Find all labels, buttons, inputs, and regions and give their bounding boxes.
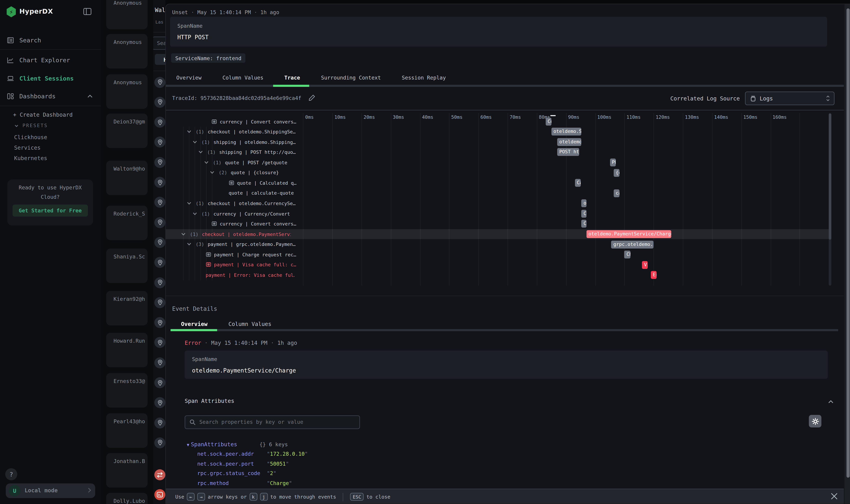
chevron-down-icon[interactable]	[187, 242, 192, 247]
span-bar[interactable]: Calculated q	[575, 179, 581, 187]
local-mode-button[interactable]: U Local mode	[6, 483, 95, 498]
chevron-down-icon[interactable]	[204, 160, 209, 165]
tab-session-replay[interactable]: Session Replay	[391, 71, 456, 85]
trace-row[interactable]: (1)shipping | oteldemo.Shipping…	[166, 137, 829, 147]
drawer-scrollbar[interactable]	[844, 4, 850, 504]
sidebar-preset-services[interactable]: Services	[14, 144, 41, 151]
chevron-down-icon[interactable]	[198, 150, 203, 155]
location-pin-icon[interactable]	[154, 96, 165, 108]
sidebar-collapse-icon[interactable]	[83, 7, 92, 16]
trace-row[interactable]: (1)checkout | oteldemo.CurrencySe…	[166, 198, 829, 209]
chevron-down-icon[interactable]	[187, 201, 192, 205]
span-bar[interactable]: oteldemo.PaymentService/Charge	[586, 230, 671, 238]
gear-icon[interactable]	[809, 415, 821, 428]
location-pin-icon[interactable]	[154, 177, 165, 188]
chevron-down-icon[interactable]	[181, 232, 186, 236]
session-card[interactable]: Anonymous	[106, 0, 147, 29]
session-card[interactable]: Ernesto33@	[106, 373, 147, 408]
trace-row[interactable]: (1)currency | Currency/Convert	[166, 209, 829, 219]
span-bar[interactable]: Visa cache full: c	[642, 261, 648, 269]
session-card[interactable]: Walton9@ho	[106, 161, 147, 195]
create-dashboard-button[interactable]: + Create Dashboard	[13, 111, 73, 118]
sidebar-item-chart-explorer[interactable]: Chart Explorer	[0, 53, 101, 67]
chevron-up-icon[interactable]	[827, 398, 834, 406]
service-chip[interactable]: ServiceName: frontend	[171, 53, 246, 63]
location-pin-icon[interactable]	[154, 317, 165, 328]
attribute-key[interactable]: net.sock.peer.port	[197, 461, 254, 467]
waterfall-scrollbar[interactable]	[829, 113, 831, 286]
span-bar[interactable]: oteldemo.Shipping	[557, 138, 581, 146]
trace-row[interactable]: payment | Visa cache full: c…	[166, 260, 829, 270]
help-button[interactable]: ?	[5, 468, 17, 480]
chevron-down-icon[interactable]	[193, 211, 197, 216]
trace-row[interactable]: currency | Convert convers…	[166, 219, 829, 229]
session-card[interactable]: Dolly.Lubo	[106, 493, 147, 504]
location-pin-icon[interactable]	[154, 437, 165, 448]
span-bar[interactable]: POST http://quo	[557, 148, 579, 156]
span-bar[interactable]: Currency/Convert	[581, 210, 586, 217]
trace-row[interactable]: (2)quote | {closure}	[166, 167, 829, 178]
trace-row[interactable]: currency | Convert convers…	[166, 116, 829, 127]
presets-toggle[interactable]: PRESETS	[14, 123, 48, 128]
location-pin-icon[interactable]	[154, 217, 165, 228]
close-icon[interactable]	[830, 492, 838, 500]
edit-pencil-icon[interactable]	[308, 94, 315, 102]
location-pin-icon[interactable]	[154, 377, 165, 388]
span-bar[interactable]: calculate-quote	[614, 189, 619, 197]
trace-row[interactable]: (1)checkout | oteldemo.PaymentServi…	[166, 229, 829, 239]
sidebar-item-dashboards[interactable]: Dashboards	[0, 89, 101, 103]
highlighted-button[interactable]: H	[155, 54, 165, 65]
location-pin-icon[interactable]	[154, 417, 165, 428]
session-card[interactable]: Deion37@gm	[106, 113, 147, 148]
attribute-key[interactable]: net.sock.peer.addr	[197, 451, 254, 457]
span-bar[interactable]: Charge request rec	[624, 251, 630, 258]
event-details-tab-column-values[interactable]: Column Values	[218, 317, 282, 331]
sidebar-item-search[interactable]: Search	[0, 34, 101, 47]
trace-row[interactable]: quote | calculate-quote	[166, 188, 829, 198]
get-started-button[interactable]: Get Started for Free	[13, 204, 88, 217]
chevron-down-icon[interactable]	[193, 140, 197, 144]
session-card[interactable]: Shaniya.Sc	[106, 249, 147, 283]
trace-row[interactable]: payment | Charge request rec…	[166, 249, 829, 260]
span-bar[interactable]: oteldemo.ShippingSe	[551, 128, 582, 136]
span-bar[interactable]: oteldemo.CurrencySe	[581, 199, 586, 208]
tab-column-values[interactable]: Column Values	[212, 71, 274, 85]
session-card[interactable]: Kieran92@h	[106, 291, 147, 325]
span-bar[interactable]: Convert convers	[581, 220, 586, 228]
span-bar[interactable]: {closure}	[614, 169, 619, 177]
session-card[interactable]: Anonymous	[106, 34, 147, 69]
location-pin-icon[interactable]	[154, 357, 165, 368]
location-pin-icon[interactable]	[154, 237, 165, 248]
session-card[interactable]: Pearl43@ho	[106, 413, 147, 448]
trace-row[interactable]: (1)shipping | POST http://quo…	[166, 147, 829, 158]
session-search-input[interactable]: Sea	[153, 37, 165, 50]
session-card[interactable]: Anonymous	[106, 74, 147, 109]
location-pin-icon[interactable]	[154, 297, 165, 308]
span-bar[interactable]: POST /getquote	[610, 159, 616, 166]
location-pin-icon[interactable]	[154, 117, 165, 128]
trace-row[interactable]: (3)payment | grpc.oteldemo.Paymen…	[166, 239, 829, 250]
attributes-group-toggle[interactable]: ▼SpanAttributes	[187, 441, 237, 447]
event-details-tab-overview[interactable]: Overview	[170, 317, 218, 331]
tab-surrounding-context[interactable]: Surrounding Context	[311, 71, 391, 85]
span-bar[interactable]: grpc.oteldemo.Paymen	[611, 240, 654, 248]
trace-row[interactable]: (1)quote | POST /getquote	[166, 157, 829, 167]
attributes-search-input[interactable]: Search properties by key or value	[185, 415, 360, 429]
chevron-down-icon[interactable]	[210, 170, 215, 175]
span-bar[interactable]: Convert convers	[545, 118, 551, 125]
attribute-key[interactable]: rpc.method	[197, 480, 229, 486]
tab-overview[interactable]: Overview	[166, 71, 212, 85]
trace-row[interactable]: quote | Calculated q…	[166, 178, 829, 188]
sidebar-preset-kubernetes[interactable]: Kubernetes	[14, 155, 47, 161]
chevron-down-icon[interactable]	[187, 129, 192, 134]
trace-row[interactable]: payment | Error: Visa cache ful…	[166, 270, 829, 280]
span-bar[interactable]: Error: Visa cache ful	[651, 271, 656, 279]
session-card[interactable]: Howard.Run	[106, 333, 147, 367]
log-source-select[interactable]: Logs	[745, 92, 834, 105]
location-pin-icon[interactable]	[154, 157, 165, 168]
session-card[interactable]: Roderick_S	[106, 205, 147, 240]
attribute-key[interactable]: rpc.grpc.status_code	[197, 470, 260, 476]
sidebar-preset-clickhouse[interactable]: Clickhouse	[14, 134, 47, 140]
tab-trace[interactable]: Trace	[274, 71, 310, 85]
trace-row[interactable]: (1)checkout | oteldemo.ShippingSe…	[166, 127, 829, 137]
